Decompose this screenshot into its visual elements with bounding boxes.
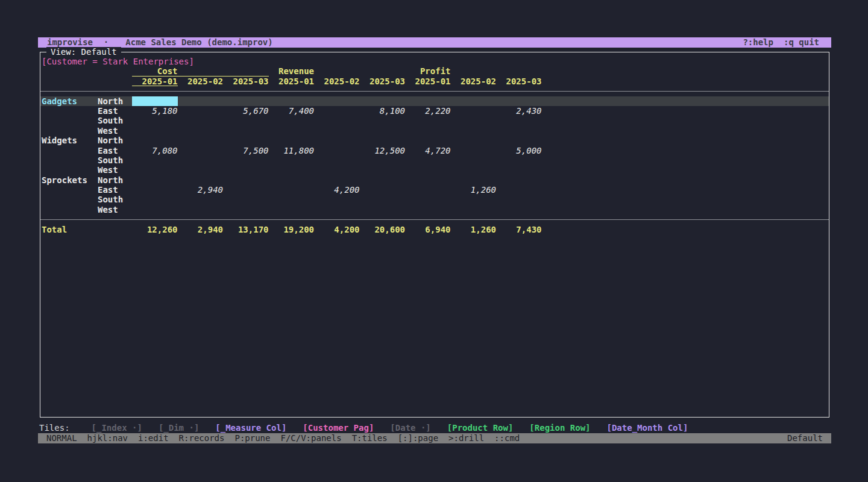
value-cell[interactable] xyxy=(132,126,178,136)
value-cell[interactable] xyxy=(178,126,224,136)
value-cell[interactable] xyxy=(496,116,542,125)
month-header-cell[interactable]: 2025-03 xyxy=(223,77,269,86)
value-cell[interactable] xyxy=(223,185,269,195)
value-cell[interactable] xyxy=(405,205,451,214)
tile-date[interactable]: [Date ·] xyxy=(390,423,430,433)
value-cell[interactable]: 5,670 xyxy=(223,106,269,116)
value-cell[interactable] xyxy=(132,195,178,204)
value-cell[interactable] xyxy=(314,155,360,165)
value-cell[interactable] xyxy=(223,136,269,145)
quit-shortcut[interactable]: :q quit xyxy=(784,37,819,47)
value-cell[interactable]: 7,080 xyxy=(132,146,178,155)
value-cell[interactable] xyxy=(132,96,178,106)
value-cell[interactable] xyxy=(405,136,451,145)
value-cell[interactable] xyxy=(178,96,224,106)
value-cell[interactable] xyxy=(132,165,178,175)
value-cell[interactable] xyxy=(496,126,542,136)
tile-index[interactable]: [_Index ·] xyxy=(92,423,142,433)
value-cell[interactable]: 8,100 xyxy=(360,106,406,116)
tile-productrow[interactable]: [Product Row] xyxy=(447,423,514,433)
value-cell[interactable] xyxy=(451,106,497,116)
value-cell[interactable]: 4,720 xyxy=(405,146,451,155)
tile-dim[interactable]: [_Dim ·] xyxy=(159,423,199,433)
value-cell[interactable] xyxy=(496,175,542,185)
value-cell[interactable] xyxy=(178,205,224,214)
value-cell[interactable]: 4,200 xyxy=(314,185,360,195)
value-cell[interactable] xyxy=(360,185,406,195)
value-cell[interactable] xyxy=(451,146,497,155)
value-cell[interactable] xyxy=(405,185,451,195)
value-cell[interactable] xyxy=(405,126,451,136)
month-header-cell[interactable]: 2025-03 xyxy=(360,77,406,86)
value-cell[interactable] xyxy=(314,175,360,185)
measure-group-profit[interactable]: Profit xyxy=(405,66,542,76)
measure-group-cost[interactable]: Cost xyxy=(132,66,269,76)
value-cell[interactable] xyxy=(178,155,224,165)
value-cell[interactable] xyxy=(132,155,178,165)
value-cell[interactable] xyxy=(451,195,497,204)
value-cell[interactable] xyxy=(314,106,360,116)
value-cell[interactable] xyxy=(496,155,542,165)
value-cell[interactable] xyxy=(132,175,178,185)
value-cell[interactable] xyxy=(360,155,406,165)
value-cell[interactable] xyxy=(451,116,497,125)
value-cell[interactable] xyxy=(405,96,451,106)
value-cell[interactable] xyxy=(132,185,178,195)
value-cell[interactable] xyxy=(360,96,406,106)
value-cell[interactable] xyxy=(451,175,497,185)
value-cell[interactable] xyxy=(269,155,315,165)
value-cell[interactable] xyxy=(360,205,406,214)
value-cell[interactable] xyxy=(360,136,406,145)
value-cell[interactable] xyxy=(269,205,315,214)
measure-group-revenue[interactable]: Revenue xyxy=(269,66,406,76)
tile-measurecol[interactable]: [_Measure Col] xyxy=(215,423,286,433)
value-cell[interactable] xyxy=(178,116,224,125)
value-cell[interactable] xyxy=(178,175,224,185)
value-cell[interactable] xyxy=(314,146,360,155)
value-cell[interactable] xyxy=(178,106,224,116)
month-header-cell[interactable]: 2025-01 xyxy=(405,77,451,86)
value-cell[interactable] xyxy=(405,116,451,125)
value-cell[interactable]: 2,940 xyxy=(178,185,224,195)
value-cell[interactable]: 1,260 xyxy=(451,185,497,195)
value-cell[interactable] xyxy=(223,96,269,106)
month-header-cell[interactable]: 2025-01 xyxy=(269,77,315,86)
value-cell[interactable]: 7,400 xyxy=(269,106,315,116)
value-cell[interactable] xyxy=(496,96,542,106)
value-cell[interactable] xyxy=(496,205,542,214)
value-cell[interactable] xyxy=(405,165,451,175)
value-cell[interactable] xyxy=(451,96,497,106)
value-cell[interactable] xyxy=(314,96,360,106)
value-cell[interactable] xyxy=(496,185,542,195)
value-cell[interactable] xyxy=(496,195,542,204)
value-cell[interactable] xyxy=(314,195,360,204)
value-cell[interactable] xyxy=(178,195,224,204)
help-shortcut[interactable]: ?:help xyxy=(743,37,773,47)
value-cell[interactable] xyxy=(314,116,360,125)
value-cell[interactable] xyxy=(223,126,269,136)
month-header-cell[interactable]: 2025-02 xyxy=(451,77,497,86)
value-cell[interactable]: 7,500 xyxy=(223,146,269,155)
value-cell[interactable] xyxy=(360,165,406,175)
value-cell[interactable] xyxy=(269,116,315,125)
tile-datemonthcol[interactable]: [Date_Month Col] xyxy=(607,423,688,433)
month-header-cell[interactable]: 2025-02 xyxy=(314,77,360,86)
tile-customerpag[interactable]: [Customer Pag] xyxy=(303,423,374,433)
value-cell[interactable] xyxy=(223,175,269,185)
value-cell[interactable]: 2,430 xyxy=(496,106,542,116)
value-cell[interactable] xyxy=(178,165,224,175)
value-cell[interactable]: 5,000 xyxy=(496,146,542,155)
value-cell[interactable] xyxy=(451,126,497,136)
value-cell[interactable] xyxy=(451,155,497,165)
value-cell[interactable] xyxy=(405,155,451,165)
value-cell[interactable] xyxy=(269,96,315,106)
value-cell[interactable] xyxy=(269,165,315,175)
value-cell[interactable]: 11,800 xyxy=(269,146,315,155)
value-cell[interactable]: 12,500 xyxy=(360,146,406,155)
value-cell[interactable] xyxy=(269,175,315,185)
value-cell[interactable] xyxy=(223,116,269,125)
value-cell[interactable] xyxy=(132,205,178,214)
value-cell[interactable] xyxy=(360,126,406,136)
value-cell[interactable] xyxy=(223,155,269,165)
value-cell[interactable] xyxy=(314,165,360,175)
